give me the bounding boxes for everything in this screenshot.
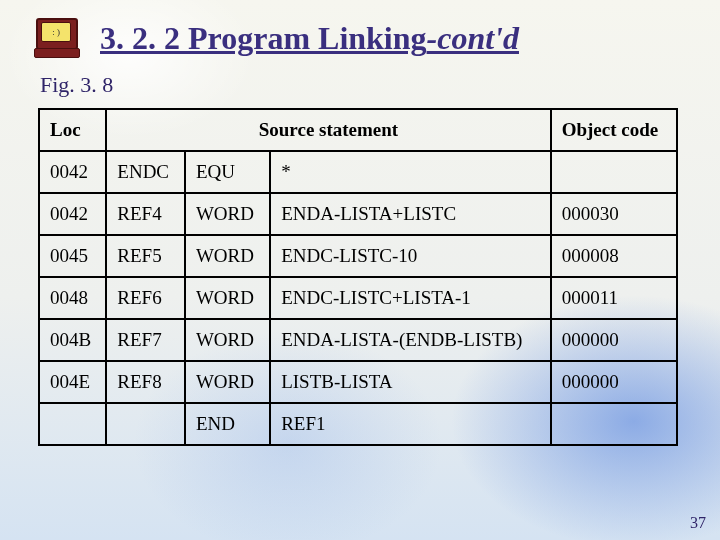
page-number: 37 bbox=[690, 514, 706, 532]
table-row: 004E REF8 WORD LISTB-LISTA 000000 bbox=[39, 361, 677, 403]
cell-loc: 0042 bbox=[39, 151, 106, 193]
col-header-loc: Loc bbox=[39, 109, 106, 151]
cell-loc bbox=[39, 403, 106, 445]
cell-op: WORD bbox=[185, 235, 270, 277]
table-row: 004B REF7 WORD ENDA-LISTA-(ENDB-LISTB) 0… bbox=[39, 319, 677, 361]
col-header-object-code: Object code bbox=[551, 109, 677, 151]
cell-object-code: 000008 bbox=[551, 235, 677, 277]
cell-op: WORD bbox=[185, 361, 270, 403]
cell-op: WORD bbox=[185, 193, 270, 235]
cell-label bbox=[106, 403, 185, 445]
cell-label: REF4 bbox=[106, 193, 185, 235]
cell-op: END bbox=[185, 403, 270, 445]
cell-object-code bbox=[551, 403, 677, 445]
slide-title: 3. 2. 2 Program Linking-cont'd bbox=[100, 20, 519, 57]
cell-label: REF7 bbox=[106, 319, 185, 361]
program-linking-table: Loc Source statement Object code 0042 EN… bbox=[38, 108, 678, 446]
cell-operand: * bbox=[270, 151, 550, 193]
table-header-row: Loc Source statement Object code bbox=[39, 109, 677, 151]
cell-loc: 0048 bbox=[39, 277, 106, 319]
cell-op: WORD bbox=[185, 319, 270, 361]
cell-loc: 004B bbox=[39, 319, 106, 361]
cell-label: ENDC bbox=[106, 151, 185, 193]
table-row: 0042 REF4 WORD ENDA-LISTA+LISTC 000030 bbox=[39, 193, 677, 235]
table-row: 0042 ENDC EQU * bbox=[39, 151, 677, 193]
title-row: : ) 3. 2. 2 Program Linking-cont'd bbox=[34, 18, 686, 58]
cell-object-code: 000000 bbox=[551, 361, 677, 403]
slide-title-suffix: -cont'd bbox=[427, 20, 519, 56]
cell-object-code: 000011 bbox=[551, 277, 677, 319]
cell-object-code: 000000 bbox=[551, 319, 677, 361]
cell-operand: ENDA-LISTA+LISTC bbox=[270, 193, 550, 235]
slide-title-main: 3. 2. 2 Program Linking bbox=[100, 20, 427, 56]
cell-operand: REF1 bbox=[270, 403, 550, 445]
cell-object-code: 000030 bbox=[551, 193, 677, 235]
cell-op: WORD bbox=[185, 277, 270, 319]
computer-icon-face: : ) bbox=[41, 22, 71, 42]
cell-operand: ENDC-LISTC+LISTA-1 bbox=[270, 277, 550, 319]
cell-label: REF6 bbox=[106, 277, 185, 319]
table-row: 0048 REF6 WORD ENDC-LISTC+LISTA-1 000011 bbox=[39, 277, 677, 319]
slide: : ) 3. 2. 2 Program Linking-cont'd Fig. … bbox=[0, 0, 720, 540]
cell-loc: 004E bbox=[39, 361, 106, 403]
table-row: END REF1 bbox=[39, 403, 677, 445]
cell-operand: LISTB-LISTA bbox=[270, 361, 550, 403]
cell-loc: 0045 bbox=[39, 235, 106, 277]
cell-label: REF8 bbox=[106, 361, 185, 403]
col-header-source: Source statement bbox=[106, 109, 550, 151]
table-row: 0045 REF5 WORD ENDC-LISTC-10 000008 bbox=[39, 235, 677, 277]
cell-op: EQU bbox=[185, 151, 270, 193]
cell-object-code bbox=[551, 151, 677, 193]
cell-label: REF5 bbox=[106, 235, 185, 277]
cell-operand: ENDC-LISTC-10 bbox=[270, 235, 550, 277]
figure-label: Fig. 3. 8 bbox=[40, 72, 686, 98]
cell-loc: 0042 bbox=[39, 193, 106, 235]
computer-icon: : ) bbox=[34, 18, 82, 58]
cell-operand: ENDA-LISTA-(ENDB-LISTB) bbox=[270, 319, 550, 361]
